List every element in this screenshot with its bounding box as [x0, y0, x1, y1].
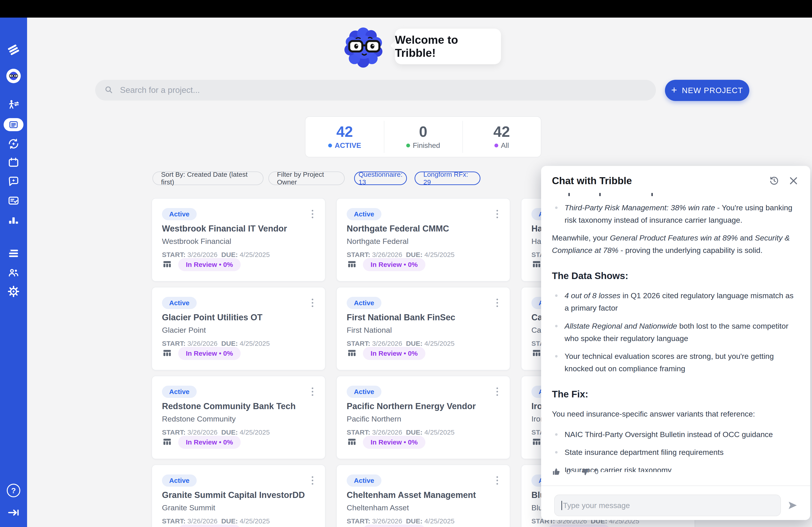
stat-all[interactable]: 42 All	[462, 117, 541, 157]
progress-pill: In Review • 0%	[363, 258, 425, 271]
questionnaire-table-icon	[347, 437, 357, 448]
message-heading: The Data Shows:	[552, 268, 799, 284]
questionnaire-table-icon	[347, 259, 357, 270]
stat-finished[interactable]: 0 Finished	[384, 117, 462, 157]
chat-close-icon[interactable]	[788, 175, 799, 187]
status-badge: Active	[347, 475, 381, 487]
questionnaire-table-icon	[532, 259, 542, 270]
project-title: Granite Summit Capital InvestorDD	[162, 490, 305, 500]
questionnaire-table-icon	[532, 348, 542, 359]
thumbs-down-icon[interactable]	[580, 467, 590, 477]
chat-panel: Chat with Tribble Third-Party Risk Manag…	[541, 166, 810, 520]
status-badge: Active	[162, 475, 197, 487]
questionnaire-table-icon	[532, 437, 542, 448]
card-menu-kebab-icon[interactable]	[308, 474, 317, 487]
questionnaire-table-icon	[162, 525, 172, 527]
sync-sparkle-icon[interactable]	[0, 137, 27, 150]
questionnaire-table-icon	[162, 348, 172, 359]
card-menu-kebab-icon[interactable]	[308, 385, 317, 398]
questionnaire-table-icon	[162, 437, 172, 448]
message-bullet: State insurance department filing requir…	[552, 446, 799, 458]
finished-dot	[406, 144, 410, 147]
card-menu-kebab-icon[interactable]	[308, 208, 317, 220]
sidebar-item-projects-active[interactable]	[0, 118, 27, 131]
project-stats-card: 42 ACTIVE 0 Finished 42 All	[305, 116, 541, 157]
checklist-icon[interactable]	[0, 194, 27, 207]
project-card[interactable]: Active Glacier Point Utilities OT Glacie…	[151, 287, 325, 370]
welcome-text: Welcome to Tribble!	[395, 33, 501, 60]
top-black-bar	[0, 0, 812, 18]
all-dot	[494, 144, 498, 147]
progress-pill: In Review • 0%	[178, 525, 241, 527]
message-bullet: Allstate Regional and Nationwide both lo…	[552, 320, 799, 345]
card-menu-kebab-icon[interactable]	[493, 208, 502, 220]
welcome-bubble: Welcome to Tribble!	[395, 29, 501, 64]
card-menu-kebab-icon[interactable]	[493, 474, 502, 487]
project-dates: START: 3/26/2026 DUE: 4/25/2025	[162, 428, 270, 436]
chat-sparkle-icon[interactable]	[0, 175, 27, 188]
calendar-icon[interactable]	[0, 156, 27, 169]
content-library-icon[interactable]	[0, 247, 27, 260]
project-dates: START: 3/26/2026 DUE: 4/25/2025	[347, 340, 454, 347]
project-dates: START: 3/26/2026 DUE: 4/25/2025	[347, 428, 454, 436]
longform-rfx-chip[interactable]: Longform RFx: 29	[415, 171, 480, 185]
logout-icon[interactable]	[0, 506, 27, 519]
help-icon[interactable]: ?	[0, 484, 27, 497]
chat-history-icon[interactable]	[768, 175, 780, 187]
thumbs-up-count: 0	[566, 468, 570, 476]
project-subtitle: First National	[347, 326, 392, 334]
status-badge: Active	[162, 386, 197, 398]
new-project-button[interactable]: + NEW PROJECT	[665, 80, 749, 101]
message-bullet: 4 out of 8 losses in Q1 2026 cited regul…	[552, 289, 799, 314]
project-subtitle: Northgate Federal	[347, 237, 408, 246]
filter-owner-chip[interactable]: Filter by Project Owner	[269, 171, 345, 185]
project-dates: START: 3/26/2026 DUE: 4/25/2025	[347, 251, 454, 258]
project-card[interactable]: Active Cheltenham Asset Management Chelt…	[336, 465, 510, 527]
thumbs-up-icon[interactable]	[552, 467, 562, 477]
project-card[interactable]: Active Granite Summit Capital InvestorDD…	[151, 465, 325, 527]
project-card[interactable]: Active Westbrook Financial IT Vendor Wes…	[151, 198, 325, 282]
status-badge: Active	[347, 208, 381, 220]
project-subtitle: Redstone Community	[162, 415, 236, 423]
message-bullet: NAIC Third-Party Oversight Bulletin inst…	[552, 428, 799, 441]
mascot-avatar-icon[interactable]	[0, 69, 27, 83]
chat-header: Chat with Tribble	[552, 174, 799, 187]
project-card[interactable]: Active Pacific Northern Energy Vendor Pa…	[336, 376, 510, 459]
card-menu-kebab-icon[interactable]	[308, 297, 317, 309]
new-project-label: NEW PROJECT	[682, 86, 743, 95]
progress-pill: In Review • 0%	[363, 525, 425, 527]
progress-pill: In Review • 0%	[548, 525, 610, 527]
chat-message-input[interactable]	[562, 501, 774, 510]
search-input[interactable]	[119, 85, 639, 95]
feedback-row: 0 0	[552, 467, 599, 477]
project-subtitle: Cheltenham Asset	[347, 503, 409, 512]
project-title: First National Bank FinSec	[347, 313, 455, 322]
team-icon[interactable]	[0, 266, 27, 279]
send-icon[interactable]	[787, 499, 798, 511]
tribble-logo-icon	[0, 43, 27, 56]
project-card[interactable]: Active First National Bank FinSec First …	[336, 287, 510, 370]
project-title: Glacier Point Utilities OT	[162, 313, 263, 322]
settings-gear-icon[interactable]	[0, 285, 27, 298]
sort-by-chip[interactable]: Sort By: Created Date (latest first)	[153, 171, 263, 185]
agent-transfer-icon[interactable]	[0, 99, 27, 111]
stat-finished-label: Finished	[413, 141, 440, 150]
card-menu-kebab-icon[interactable]	[493, 297, 502, 309]
progress-pill: In Review • 0%	[363, 436, 425, 449]
stat-finished-value: 0	[419, 124, 427, 139]
project-dates: START: 3/26/2026 DUE: 4/25/2025	[162, 517, 270, 525]
project-dates: START: 3/26/2026 DUE: 4/25/2025	[162, 340, 270, 347]
project-card[interactable]: Active Northgate Federal CMMC Northgate …	[336, 198, 510, 282]
card-menu-kebab-icon[interactable]	[493, 385, 502, 398]
message-paragraph: Meanwhile, your General Product Features…	[552, 232, 799, 257]
chat-message-area[interactable]: Third-Party Risk Management: 38% win rat…	[552, 193, 799, 472]
questionnaire-chip[interactable]: Questionnaire: 13	[354, 171, 407, 185]
stat-active[interactable]: 42 ACTIVE	[305, 117, 384, 157]
progress-pill: In Review • 0%	[363, 347, 425, 360]
chat-input-box[interactable]	[554, 495, 781, 516]
project-card[interactable]: Active Redstone Community Bank Tech Reds…	[151, 376, 325, 459]
analytics-icon[interactable]	[0, 214, 27, 226]
project-search[interactable]	[95, 80, 656, 101]
stat-active-value: 42	[336, 124, 353, 139]
plus-icon: +	[671, 84, 677, 95]
